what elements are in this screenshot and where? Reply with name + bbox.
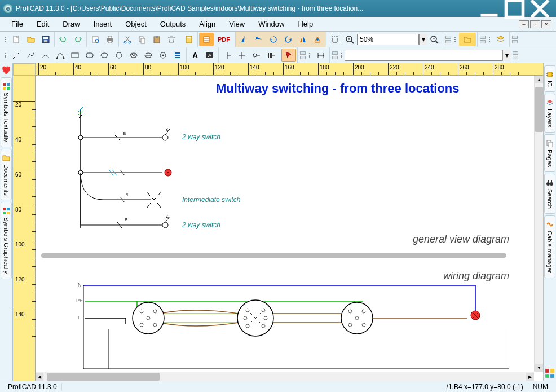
bezier-tool[interactable] bbox=[53, 49, 68, 62]
tab-ic[interactable]: IC bbox=[544, 65, 555, 92]
zoom-dropdown[interactable]: ▾ bbox=[419, 34, 427, 45]
junction-tool[interactable] bbox=[220, 49, 235, 62]
folder-button[interactable] bbox=[459, 33, 476, 46]
tab-cable-manager[interactable]: Cable manager bbox=[544, 215, 555, 278]
zoom-fit-button[interactable] bbox=[328, 33, 342, 46]
dimension-tool[interactable] bbox=[314, 49, 328, 62]
text-block-tool[interactable]: A bbox=[202, 49, 217, 62]
menu-file[interactable]: File bbox=[5, 18, 30, 30]
hscroll-thumb[interactable] bbox=[47, 373, 160, 381]
left-panel: Symbols Textually Documents Symbols Grap… bbox=[0, 63, 13, 381]
menu-window[interactable]: Window bbox=[251, 18, 291, 30]
vscroll-thumb[interactable] bbox=[535, 87, 543, 132]
vertical-scrollbar[interactable]: ▲ ▼ bbox=[534, 76, 543, 372]
menu-help[interactable]: Help bbox=[291, 18, 320, 30]
open-button[interactable] bbox=[24, 33, 38, 46]
zoom-in-button[interactable] bbox=[342, 33, 357, 46]
toolbar-draw-overflow-3[interactable] bbox=[511, 50, 519, 60]
arc-tool[interactable] bbox=[38, 49, 53, 62]
redo-button[interactable] bbox=[70, 33, 85, 46]
select-tool[interactable] bbox=[281, 49, 296, 62]
print-button[interactable] bbox=[103, 33, 117, 46]
maximize-button[interactable] bbox=[502, 0, 527, 17]
save-button[interactable] bbox=[38, 33, 53, 46]
menu-outputs[interactable]: Outputs bbox=[153, 18, 193, 30]
polygon-x-tool[interactable] bbox=[126, 49, 141, 62]
menu-object[interactable]: Object bbox=[118, 18, 153, 30]
toolbar-overflow-2[interactable] bbox=[479, 34, 487, 45]
toolbar-overflow-3[interactable] bbox=[511, 34, 519, 45]
rotate-right-button[interactable] bbox=[281, 33, 295, 46]
toolbar-overflow-1[interactable] bbox=[444, 34, 452, 45]
cut-button[interactable] bbox=[120, 33, 135, 46]
menu-insert[interactable]: Insert bbox=[87, 18, 119, 30]
mdi-close[interactable]: × bbox=[541, 20, 551, 28]
heart-icon[interactable] bbox=[1, 65, 11, 76]
tab-symbols-textually[interactable]: Symbols Textually bbox=[1, 77, 12, 147]
paste-button[interactable] bbox=[149, 33, 164, 46]
menu-draw[interactable]: Draw bbox=[56, 18, 86, 30]
rotate-left-button[interactable] bbox=[266, 33, 281, 46]
tab-search[interactable]: Search bbox=[544, 174, 555, 214]
circle-tool[interactable] bbox=[112, 49, 126, 62]
clipboard-special-button[interactable] bbox=[182, 33, 196, 46]
svg-text:B: B bbox=[125, 217, 127, 222]
label-sw1: 2 way switch bbox=[182, 133, 220, 141]
zoom-percentage[interactable]: 50% bbox=[357, 34, 419, 45]
bom-button[interactable] bbox=[199, 33, 214, 46]
mdi-minimize[interactable]: – bbox=[519, 20, 529, 28]
menu-edit[interactable]: Edit bbox=[30, 18, 56, 30]
text-list-tool[interactable] bbox=[170, 49, 185, 62]
rotate-arbitrary-button[interactable] bbox=[310, 33, 325, 46]
toolbar-draw-overflow-1[interactable] bbox=[299, 50, 307, 60]
new-button[interactable] bbox=[9, 33, 24, 46]
menu-align[interactable]: Align bbox=[192, 18, 222, 30]
menu-view[interactable]: View bbox=[222, 18, 251, 30]
mdi-restore[interactable]: ▫ bbox=[530, 20, 540, 28]
terminal-tool[interactable] bbox=[249, 49, 264, 62]
tab-layers[interactable]: Layers bbox=[544, 94, 555, 133]
pie-tool[interactable] bbox=[141, 49, 156, 62]
toolbar-draw-overflow-2[interactable] bbox=[331, 50, 339, 60]
text-tool[interactable]: A bbox=[188, 49, 202, 62]
undo-button[interactable] bbox=[56, 33, 70, 46]
search-dropdown[interactable]: ▾ bbox=[502, 50, 510, 61]
tab-documents[interactable]: Documents bbox=[1, 149, 12, 201]
scroll-down-arrow[interactable]: ▼ bbox=[535, 364, 543, 372]
pdf-button[interactable]: PDF bbox=[214, 33, 234, 46]
svg-line-33 bbox=[436, 41, 438, 43]
flip-v-button[interactable] bbox=[251, 33, 266, 46]
horizontal-scrollbar[interactable]: ◀ ▶ bbox=[36, 372, 534, 381]
tab-symbols-graphically[interactable]: Symbols Graphically bbox=[1, 202, 12, 279]
line-tool[interactable] bbox=[9, 49, 24, 62]
mirror-button[interactable] bbox=[295, 33, 310, 46]
minimize-button[interactable] bbox=[476, 0, 502, 17]
bus-tool[interactable] bbox=[264, 49, 279, 62]
close-button[interactable] bbox=[527, 0, 553, 17]
cross-tool[interactable] bbox=[235, 49, 249, 62]
general-view-svg: B 4 bbox=[69, 104, 216, 239]
tab-pages[interactable]: Pages bbox=[544, 134, 555, 172]
canvas-content[interactable]: Multiway switching - from three location… bbox=[36, 76, 543, 381]
polyline-tool[interactable] bbox=[24, 49, 38, 62]
svg-rect-66 bbox=[3, 83, 6, 86]
svg-text:A: A bbox=[208, 52, 211, 58]
flip-h-button[interactable] bbox=[237, 33, 251, 46]
copy-button[interactable] bbox=[135, 33, 149, 46]
scroll-left-arrow[interactable]: ◀ bbox=[36, 373, 43, 381]
canvas-area[interactable]: Multiway switching - from three location… bbox=[36, 76, 543, 381]
right-panel-icon[interactable] bbox=[545, 368, 555, 378]
delete-button[interactable] bbox=[164, 33, 179, 46]
label-sw2: Intermediate switch bbox=[182, 196, 240, 204]
circle-dot-tool[interactable] bbox=[156, 49, 170, 62]
zoom-out-button[interactable] bbox=[427, 33, 442, 46]
ellipse-tool[interactable] bbox=[97, 49, 112, 62]
svg-point-41 bbox=[116, 52, 122, 58]
rectangle-tool[interactable] bbox=[68, 49, 82, 62]
search-input[interactable] bbox=[345, 50, 502, 61]
rounded-rect-tool[interactable] bbox=[82, 49, 97, 62]
print-preview-button[interactable] bbox=[88, 33, 103, 46]
layers-button[interactable] bbox=[493, 33, 508, 46]
scroll-right-arrow[interactable]: ▶ bbox=[526, 373, 534, 381]
scroll-up-arrow[interactable]: ▲ bbox=[535, 76, 543, 83]
